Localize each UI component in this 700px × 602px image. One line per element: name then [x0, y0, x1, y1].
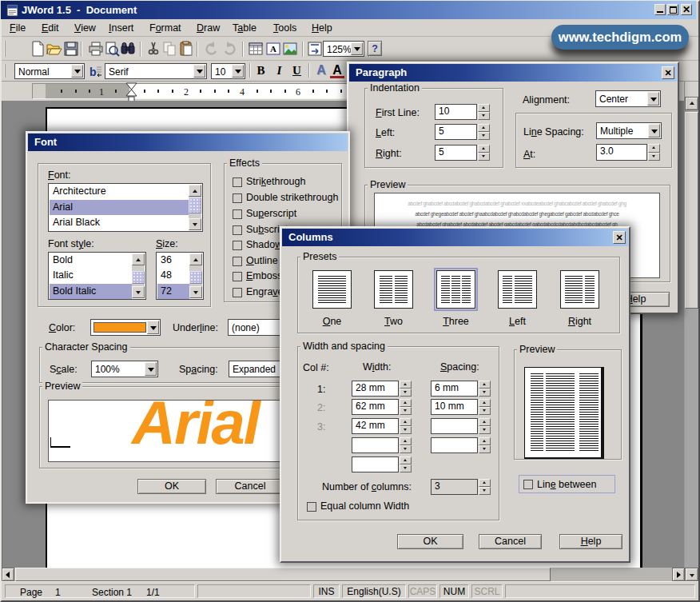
svg-text:A: A — [270, 44, 276, 54]
svg-text:4: 4 — [240, 86, 245, 98]
svg-text:6: 6 — [296, 86, 300, 98]
svg-text:2: 2 — [184, 86, 189, 98]
svg-text:1: 1 — [99, 86, 104, 98]
svg-text:b: b — [89, 66, 97, 78]
